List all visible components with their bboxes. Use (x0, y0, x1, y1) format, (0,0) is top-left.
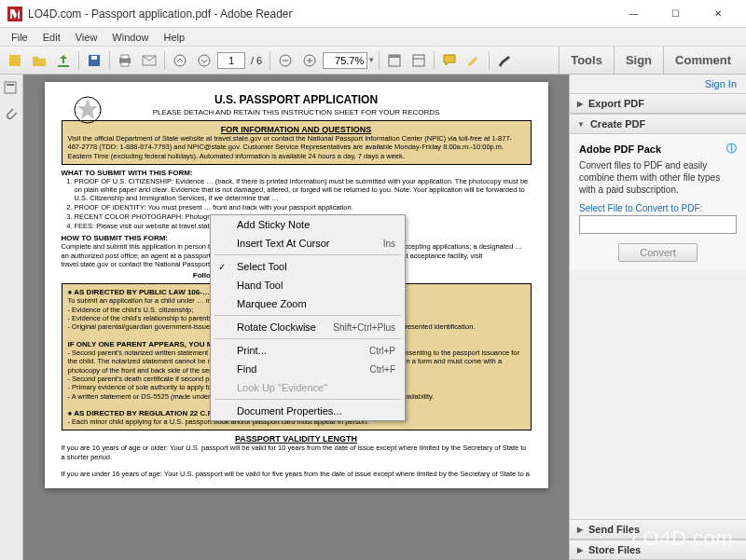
chevron-right-icon: ▶ (577, 100, 583, 108)
svg-point-9 (199, 55, 210, 66)
validity-16-under: If you are under 16 years of age: Your U… (62, 470, 532, 478)
doc-subtitle: PLEASE DETACH AND RETAIN THIS INSTRUCTIO… (62, 108, 532, 116)
chevron-right-icon: ▶ (577, 546, 583, 554)
menubar: File Edit View Window Help (0, 28, 746, 47)
zoom-input[interactable] (323, 52, 367, 69)
pack-title: Adobe PDF Pack ⓘ (579, 142, 737, 156)
menu-window[interactable]: Window (104, 30, 156, 45)
email-icon[interactable] (138, 49, 160, 72)
comment-bubble-icon[interactable] (438, 49, 461, 72)
read-mode-icon[interactable] (383, 49, 406, 72)
maximize-button[interactable]: ☐ (655, 0, 697, 28)
toolbar: / 6 ▼ Tools Sign Comment (0, 47, 746, 75)
tab-comment[interactable]: Comment (663, 47, 742, 74)
menu-view[interactable]: View (68, 30, 105, 45)
info-box: FOR INFORMATION AND QUESTIONS Visit the … (62, 120, 532, 165)
app-icon (7, 7, 22, 21)
cm-print[interactable]: Print...Ctrl+P (211, 341, 405, 360)
svg-rect-3 (91, 56, 97, 60)
what-submit-header: WHAT TO SUBMIT WITH THIS FORM: (62, 169, 532, 177)
context-menu: Add Sticky Note Insert Text At CursorIns… (210, 214, 406, 421)
menu-edit[interactable]: Edit (35, 30, 68, 45)
doc-title: U.S. PASSPORT APPLICATION (62, 93, 532, 106)
us-seal-icon (73, 95, 103, 125)
open-icon[interactable] (28, 49, 50, 72)
print-icon[interactable] (114, 49, 136, 72)
menu-file[interactable]: File (4, 30, 35, 45)
info-header: FOR INFORMATION AND QUESTIONS (68, 125, 525, 134)
close-button[interactable]: ✕ (697, 0, 739, 28)
tab-sign[interactable]: Sign (614, 47, 663, 74)
cm-add-sticky-note[interactable]: Add Sticky Note (211, 215, 405, 234)
create-pdf-body: Adobe PDF Pack ⓘ Convert files to PDF an… (570, 134, 746, 269)
create-pdf-icon[interactable] (4, 49, 26, 72)
accordion-create-pdf[interactable]: ▼Create PDF (570, 114, 746, 134)
list-item: PROOF OF U.S. CITIZENSHIP: Evidence … (b… (75, 177, 532, 202)
view-mode-icon[interactable] (408, 49, 430, 72)
list-item: PROOF OF IDENTITY: You must present … fr… (75, 203, 532, 212)
page-down-icon[interactable] (193, 49, 215, 72)
svg-point-8 (174, 55, 186, 66)
sign-in-link[interactable]: Sign In (570, 75, 746, 93)
svg-rect-5 (121, 55, 129, 59)
select-file-label: Select File to Convert to PDF: (579, 203, 737, 213)
cm-document-properties[interactable]: Document Properties... (211, 402, 405, 420)
cm-find[interactable]: FindCtrl+F (211, 360, 405, 378)
cm-hand-tool[interactable]: Hand Tool (211, 276, 405, 294)
chevron-down-icon: ▼ (577, 120, 585, 129)
zoom-out-icon[interactable] (274, 49, 297, 72)
info-body: Visit the official Department of State w… (68, 134, 525, 160)
window-title: LO4D.com - Passport application.pdf - Ad… (28, 7, 613, 20)
export-icon[interactable] (52, 49, 75, 72)
svg-rect-16 (389, 55, 400, 58)
window-controls: — ☐ ✕ (613, 0, 739, 28)
svg-rect-19 (5, 82, 16, 93)
convert-button[interactable]: Convert (618, 243, 698, 262)
chevron-right-icon: ▶ (577, 526, 583, 534)
left-rail (0, 75, 23, 560)
zoom-dropdown-icon[interactable]: ▼ (367, 56, 375, 64)
svg-rect-20 (7, 84, 14, 86)
page-up-icon[interactable] (169, 49, 191, 72)
thumbnails-icon[interactable] (3, 80, 20, 97)
attachments-icon[interactable] (3, 106, 20, 123)
minimize-button[interactable]: — (613, 0, 655, 28)
accordion-store-files[interactable]: ▶Store Files (570, 540, 746, 560)
validity-16-over: If you are 16 years of age or older: You… (62, 444, 532, 461)
save-icon[interactable] (83, 49, 105, 72)
help-icon[interactable]: ⓘ (726, 142, 737, 156)
sign-pen-icon[interactable] (493, 49, 516, 72)
pack-description: Convert files to PDF and easily combine … (579, 159, 737, 196)
svg-rect-6 (121, 62, 129, 66)
page-total-label: / 6 (247, 55, 266, 66)
page-number-input[interactable] (217, 52, 245, 69)
cm-look-up: Look Up "Evidence" (211, 378, 405, 397)
accordion-send-files[interactable]: ▶Send Files (570, 519, 746, 540)
titlebar: LO4D.com - Passport application.pdf - Ad… (0, 0, 746, 28)
validity-header: PASSPORT VALIDITY LENGTH (62, 434, 532, 444)
svg-rect-1 (9, 55, 21, 66)
cm-insert-text[interactable]: Insert Text At CursorIns (211, 234, 405, 253)
cm-select-tool[interactable]: Select Tool (211, 257, 405, 276)
cm-rotate-clockwise[interactable]: Rotate ClockwiseShift+Ctrl+Plus (211, 318, 405, 336)
svg-rect-17 (413, 55, 424, 66)
file-input[interactable] (579, 215, 737, 234)
accordion-export-pdf[interactable]: ▶Export PDF (570, 93, 746, 114)
menu-help[interactable]: Help (156, 30, 192, 45)
highlight-icon[interactable] (463, 49, 485, 72)
cm-marquee-zoom[interactable]: Marquee Zoom (211, 294, 405, 313)
right-panel: Sign In ▶Export PDF ▼Create PDF Adobe PD… (569, 75, 746, 560)
tab-tools[interactable]: Tools (559, 47, 614, 74)
zoom-in-icon[interactable] (298, 49, 321, 72)
